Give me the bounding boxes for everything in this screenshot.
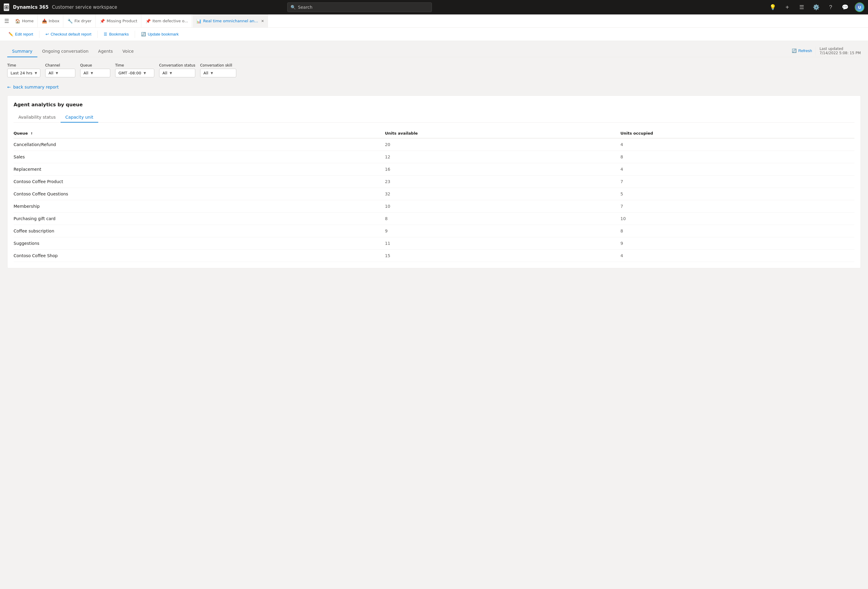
settings-icon[interactable]: ⚙️	[811, 2, 821, 12]
filters-row: Time Last 24 hrs ▼ Channel All ▼ Queue A…	[7, 63, 861, 77]
cell-units-occupied-7: 8	[620, 225, 855, 237]
filter-conv-status-value: All	[162, 71, 167, 75]
filter-conv-skill-select[interactable]: All ▼	[200, 69, 236, 77]
update-bookmark-button[interactable]: 🔄 Update bookmark	[137, 30, 182, 38]
sub-tabs: Summary Ongoing conversation Agents Voic…	[7, 46, 861, 57]
search-placeholder: Search	[298, 5, 313, 10]
refresh-icon: 🔄	[792, 49, 797, 53]
cell-units-available-9: 15	[385, 250, 620, 262]
table-row: Suggestions 11 9	[13, 237, 855, 250]
tab-home[interactable]: 🏠 Home	[12, 15, 37, 27]
nav-hamburger[interactable]: ☰	[2, 16, 11, 26]
subtab-agents[interactable]: Agents	[93, 46, 118, 57]
filter-time2-select[interactable]: GMT -08:00 ▼	[115, 69, 154, 77]
table-row: Contoso Coffee Questions 32 5	[13, 188, 855, 200]
search-bar[interactable]: 🔍 Search	[287, 2, 432, 12]
checkout-icon: ↩	[46, 32, 49, 37]
subtab-agents-label: Agents	[98, 49, 113, 54]
inbox-icon: 📥	[42, 19, 47, 24]
cell-queue-4: Contoso Coffee Questions	[13, 188, 385, 200]
filter-time1-select[interactable]: Last 24 hrs ▼	[7, 69, 40, 77]
subtab-summary[interactable]: Summary	[7, 46, 37, 57]
cell-units-available-6: 8	[385, 213, 620, 225]
cell-units-available-5: 10	[385, 200, 620, 213]
inner-tab-availability[interactable]: Availability status	[13, 112, 61, 122]
tab-missing-product-label: Missing Product	[107, 19, 137, 23]
tab-inbox-label: Inbox	[49, 19, 60, 23]
refresh-label: Refresh	[799, 49, 812, 53]
chat-icon[interactable]: 💬	[840, 2, 850, 12]
inner-tabs: Availability status Capacity unit	[13, 112, 855, 122]
top-nav-icons: 💡 + ☰ ⚙️ ? 💬 U	[768, 2, 864, 12]
tab-bar: ☰ 🏠 Home 📥 Inbox 🔧 Fix dryer 📌 Missing P…	[0, 15, 868, 28]
subtab-voice[interactable]: Voice	[118, 46, 138, 57]
app-title: Dynamics 365 Customer service workspace	[13, 4, 117, 10]
bookmarks-button[interactable]: ☰ Bookmarks	[100, 30, 132, 38]
filter-queue-select[interactable]: All ▼	[80, 69, 110, 77]
cell-units-occupied-9: 4	[620, 250, 855, 262]
filter-time2-chevron: ▼	[143, 71, 146, 75]
edit-report-icon: ✏️	[9, 32, 13, 37]
inner-tab-capacity[interactable]: Capacity unit	[61, 112, 98, 122]
subtab-ongoing[interactable]: Ongoing conversation	[37, 46, 93, 57]
col-queue[interactable]: Queue ↑	[13, 128, 385, 138]
table-row: Coffee subscription 9 8	[13, 225, 855, 237]
update-bookmark-label: Update bookmark	[148, 32, 179, 37]
tab-missing-product[interactable]: 📌 Missing Product	[96, 15, 141, 27]
cell-units-occupied-2: 4	[620, 163, 855, 175]
inner-tab-capacity-label: Capacity unit	[65, 115, 93, 119]
tab-real-time[interactable]: 📊 Real time omnichannel an... ✕	[193, 15, 268, 27]
refresh-button[interactable]: 🔄 Refresh	[792, 49, 812, 53]
cell-queue-5: Membership	[13, 200, 385, 213]
toolbar-separator-1	[39, 31, 40, 38]
cell-units-occupied-6: 10	[620, 213, 855, 225]
tab-item-defective[interactable]: 📌 Item defective o...	[142, 15, 192, 27]
filter-time2-value: GMT -08:00	[118, 71, 141, 75]
cell-queue-1: Sales	[13, 151, 385, 163]
help-icon[interactable]: ?	[826, 2, 836, 12]
fix-dryer-icon: 🔧	[68, 19, 72, 24]
cell-units-available-0: 20	[385, 138, 620, 151]
cell-units-occupied-4: 5	[620, 188, 855, 200]
waffle-menu-button[interactable]: ⊞	[4, 3, 9, 11]
filter-conv-status-select[interactable]: All ▼	[159, 69, 195, 77]
capacity-table: Queue ↑ Units available Units occupied C…	[13, 128, 855, 262]
user-avatar[interactable]: U	[855, 2, 864, 12]
tab-home-label: Home	[22, 19, 34, 23]
last-updated-time: 7/14/2022 5:08: 15 PM	[819, 51, 861, 55]
filter-conv-status-label: Conversation status	[159, 63, 195, 68]
sub-tabs-right: 🔄 Refresh Last updated 7/14/2022 5:08: 1…	[792, 46, 861, 57]
sidebar-icon[interactable]: ☰	[797, 2, 806, 12]
filter-queue-chevron: ▼	[91, 71, 93, 75]
table-row: Membership 10 7	[13, 200, 855, 213]
edit-report-button[interactable]: ✏️ Edit report	[5, 30, 37, 38]
cell-units-occupied-1: 8	[620, 151, 855, 163]
col-units-available: Units available	[385, 128, 620, 138]
table-row: Purchasing gift card 8 10	[13, 213, 855, 225]
search-icon: 🔍	[291, 5, 296, 10]
checkout-default-button[interactable]: ↩ Checkout default report	[42, 30, 95, 38]
tab-fix-dryer[interactable]: 🔧 Fix dryer	[64, 15, 96, 27]
cell-units-available-3: 23	[385, 175, 620, 188]
analytics-card: Agent analytics by queue Availability st…	[7, 96, 861, 268]
plus-icon[interactable]: +	[782, 2, 792, 12]
filter-channel: Channel All ▼	[45, 63, 75, 77]
lightbulb-icon[interactable]: 💡	[768, 2, 778, 12]
cell-units-available-2: 16	[385, 163, 620, 175]
tab-inbox[interactable]: 📥 Inbox	[38, 15, 63, 27]
tab-fix-dryer-label: Fix dryer	[74, 19, 92, 23]
table-body: Cancellation/Refund 20 4 Sales 12 8 Repl…	[13, 138, 855, 262]
subtab-ongoing-label: Ongoing conversation	[42, 49, 89, 54]
real-time-icon: 📊	[196, 19, 201, 24]
filter-time1-value: Last 24 hrs	[10, 71, 32, 75]
filter-conv-skill-chevron: ▼	[211, 71, 213, 75]
filter-channel-value: All	[49, 71, 53, 75]
col-units-available-label: Units available	[385, 131, 418, 135]
cell-queue-8: Suggestions	[13, 237, 385, 250]
filter-channel-select[interactable]: All ▼	[45, 69, 75, 77]
cell-queue-6: Purchasing gift card	[13, 213, 385, 225]
back-link[interactable]: ← back summary report	[7, 85, 861, 90]
back-link-label: back summary report	[13, 85, 59, 90]
tab-real-time-close[interactable]: ✕	[261, 19, 264, 23]
filter-conv-status-chevron: ▼	[170, 71, 172, 75]
